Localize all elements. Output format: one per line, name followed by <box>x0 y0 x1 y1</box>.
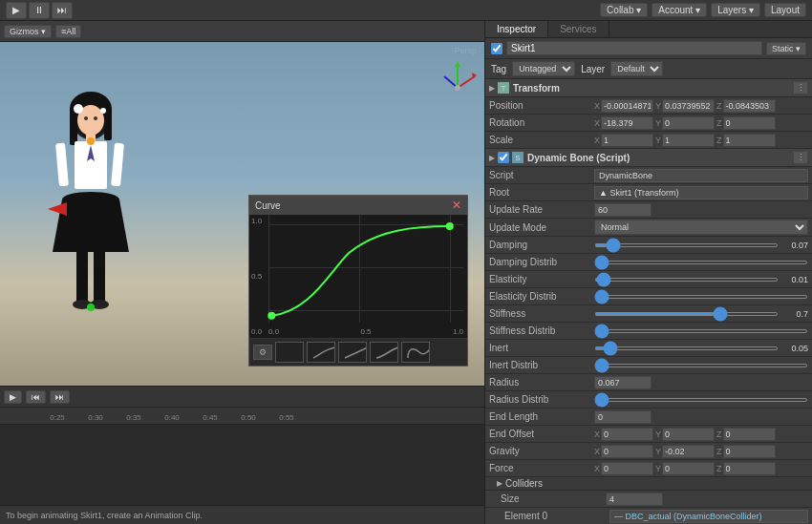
left-panel: Gizmos ▾ ≡All Persp <box>0 21 485 524</box>
anim-next-button[interactable]: ⏭ <box>50 390 70 404</box>
object-active-checkbox[interactable] <box>491 43 502 54</box>
script-ref[interactable]: DynamicBone <box>594 169 808 182</box>
colliders-header[interactable]: ▶ Colliders <box>485 477 812 491</box>
curve-settings-button[interactable]: ⚙ <box>253 345 272 360</box>
account-button[interactable]: Account ▾ <box>652 3 707 17</box>
collab-button[interactable]: Collab ▾ <box>600 3 648 17</box>
inert-distrib-slider[interactable] <box>594 364 808 367</box>
ruler-tick-0:45: 0:45 <box>191 413 229 422</box>
damping-distrib-slider[interactable] <box>594 261 808 264</box>
pos-z-group: Z <box>716 99 776 113</box>
curve-preset-4[interactable] <box>370 342 398 363</box>
rot-z-input[interactable] <box>723 116 776 130</box>
force-z-input[interactable] <box>723 462 776 475</box>
elasticity-slider[interactable] <box>594 278 779 282</box>
radius-distrib-slider[interactable] <box>594 398 808 402</box>
stiffness-value: 0.7 <box>781 309 808 319</box>
damping-slider[interactable] <box>594 243 779 247</box>
play-button[interactable]: ▶ <box>6 2 27 19</box>
curve-preset-2[interactable] <box>307 342 335 363</box>
pause-button[interactable]: ⏸ <box>29 2 50 19</box>
pos-x-group: X <box>594 99 653 113</box>
step-button[interactable]: ⏭ <box>52 2 73 19</box>
elasticity-distrib-slider[interactable] <box>594 295 808 299</box>
anim-status-text: To begin animating Skirt1, create an Ani… <box>6 511 203 520</box>
radius-distrib-container <box>594 398 808 402</box>
static-button[interactable]: Static ▾ <box>766 42 806 55</box>
scale-y-input[interactable] <box>662 134 715 147</box>
transform-menu-button[interactable]: ⋮ <box>793 81 808 94</box>
root-label: Root <box>489 187 594 198</box>
curve-preset-3[interactable] <box>338 342 367 363</box>
elasticity-row: Elasticity 0.01 <box>485 271 812 288</box>
offset-x-group: X <box>594 428 653 441</box>
gravity-z-input[interactable] <box>723 445 776 458</box>
character-sprite <box>19 71 162 357</box>
layers-button[interactable]: Layers ▾ <box>711 3 760 17</box>
element0-ref[interactable]: — DBC_actual (DynamicBoneCollider) <box>609 510 808 523</box>
force-y-input[interactable] <box>662 462 715 475</box>
db-section-buttons: ⋮ <box>793 151 808 164</box>
layout-button[interactable]: Layout <box>764 3 806 17</box>
svg-point-29 <box>267 312 275 320</box>
curve-preset-5[interactable] <box>401 342 430 363</box>
layer-select[interactable]: Default <box>610 61 663 76</box>
anim-play-button[interactable]: ▶ <box>4 390 22 404</box>
pos-y-input[interactable] <box>662 99 715 113</box>
anim-prev-button[interactable]: ⏮ <box>26 390 46 404</box>
scale-values: X Y Z <box>594 134 808 147</box>
force-x-input[interactable] <box>601 462 653 475</box>
tag-select[interactable]: Untagged <box>512 61 575 76</box>
update-rate-row: Update Rate <box>485 201 812 219</box>
gravity-y-input[interactable] <box>662 445 715 458</box>
stiffness-distrib-slider[interactable] <box>594 329 808 333</box>
play-controls: ▶ ⏸ ⏭ <box>6 2 73 19</box>
tab-services[interactable]: Services <box>548 21 609 37</box>
stiffness-slider[interactable] <box>594 312 779 316</box>
scale-x-group: X <box>594 134 653 147</box>
object-name-field[interactable] <box>506 41 762 55</box>
curve-header[interactable]: Curve ✕ <box>249 196 467 215</box>
inspector-panel: Inspector Services Static ▾ Tag Untagged… <box>485 21 812 524</box>
gravity-x-input[interactable] <box>601 445 653 458</box>
scale-z-group: Z <box>716 134 776 147</box>
scale-x-input[interactable] <box>601 134 653 147</box>
dynamic-bone-section-header[interactable]: ▶ S Dynamic Bone (Script) ⋮ <box>485 149 812 167</box>
root-ref[interactable]: ▲ Skirt1 (Transform) <box>594 186 808 199</box>
stiffness-container: 0.7 <box>594 309 808 319</box>
transform-section-header[interactable]: ▶ T Transform ⋮ <box>485 79 812 97</box>
size-row: Size <box>485 491 812 508</box>
tab-inspector[interactable]: Inspector <box>485 21 548 37</box>
end-length-input[interactable] <box>594 410 652 424</box>
radius-value <box>594 376 808 389</box>
pos-z-input[interactable] <box>723 99 776 113</box>
script-value: DynamicBone <box>594 169 808 182</box>
offset-y-input[interactable] <box>662 428 715 441</box>
persp-label: Persp <box>454 46 477 55</box>
radius-distrib-label: Radius Distrib <box>489 394 594 405</box>
offset-x-input[interactable] <box>601 428 653 441</box>
dynamic-bone-active-checkbox[interactable] <box>498 152 509 163</box>
update-rate-input[interactable] <box>594 203 652 217</box>
size-input[interactable] <box>606 493 663 506</box>
update-mode-select[interactable]: Normal <box>594 220 808 235</box>
ruler-tick-0:55: 0:55 <box>267 413 306 422</box>
gizmos-button[interactable]: Gizmos ▾ <box>4 25 52 38</box>
rot-y-input[interactable] <box>662 116 715 130</box>
elasticity-value: 0.01 <box>781 275 808 284</box>
db-menu-button[interactable]: ⋮ <box>793 151 808 164</box>
elasticity-label: Elasticity <box>489 274 594 284</box>
pos-x-input[interactable] <box>601 99 653 113</box>
rotation-label: Rotation <box>489 117 594 128</box>
all-button[interactable]: ≡All <box>55 25 81 38</box>
curve-preset-1[interactable] <box>275 342 304 363</box>
rot-x-input[interactable] <box>601 116 653 130</box>
scale-z-input[interactable] <box>723 134 776 147</box>
offset-z-input[interactable] <box>723 428 776 441</box>
inert-slider[interactable] <box>594 346 779 350</box>
stiffness-label: Stiffness <box>489 308 594 319</box>
anim-ruler: 0:25 0:30 0:35 0:40 0:45 0:50 0:55 <box>0 408 484 425</box>
stiffness-distrib-row: Stiffness Distrib <box>485 323 812 340</box>
curve-close-button[interactable]: ✕ <box>452 199 461 212</box>
radius-input[interactable] <box>594 376 652 389</box>
